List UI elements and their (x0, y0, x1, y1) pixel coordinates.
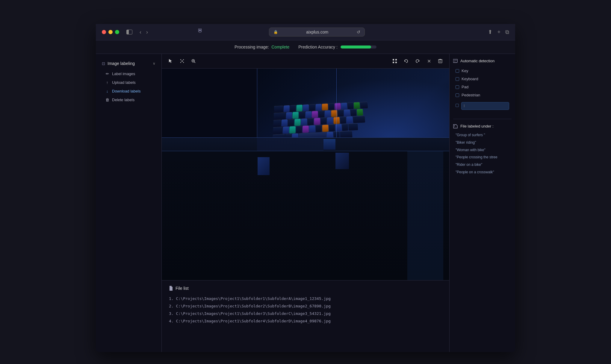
delete-labels-text: Delete labels (112, 98, 134, 102)
sidebar-title: Image labeling (108, 61, 135, 66)
back-button[interactable]: ‹ (140, 29, 141, 35)
detection-item-icon (456, 93, 459, 97)
nav-buttons: ‹ › (140, 29, 148, 35)
toolbar-left (167, 57, 198, 65)
reload-button[interactable]: ↺ (357, 30, 360, 34)
svg-rect-20 (456, 85, 459, 89)
svg-point-23 (454, 125, 455, 126)
file-path-1: C:\Projects\Images\Project1\Subfolder1\S… (176, 296, 331, 301)
tabs-button[interactable]: ⧉ (505, 29, 509, 35)
segment-bottom (162, 151, 449, 280)
auto-detection-section: Automatic detection Key (453, 59, 512, 112)
chevron-down-icon: ∨ (153, 61, 155, 66)
seg-bot-piece-1 (258, 157, 270, 175)
address-bar-wrap: ⛨ 🔒 aixplus.com ↺ (153, 28, 481, 37)
svg-line-2 (194, 62, 196, 63)
detection-key-label: Key (462, 69, 468, 73)
accuracy-fill (341, 46, 371, 48)
close-button[interactable] (102, 30, 106, 34)
status-bar: Processing image: Complete Prediction Ac… (96, 40, 515, 54)
file-path-2: C:\Projects\Images\Project1\Subfolder2\S… (176, 304, 331, 308)
toolbar-right: ✕ (391, 57, 444, 65)
file-list-item: 2. C:\Projects\Images\Project1\Subfolder… (169, 302, 442, 310)
detection-keyboard-label: Keyboard (462, 77, 478, 81)
undo-button[interactable] (402, 57, 410, 65)
file-list-panel: File list 1. C:\Projects\Images\Project1… (162, 280, 449, 352)
file-icon (169, 286, 173, 291)
file-labeled-icon (453, 124, 458, 128)
sidebar-header-left: ⊡ Image labeling (102, 61, 135, 66)
file-num-2: 2. (169, 304, 176, 308)
svg-rect-6 (395, 59, 397, 60)
accuracy-label: Prediction Accuracy : (298, 45, 338, 49)
minimize-button[interactable] (108, 30, 113, 34)
processing-value: Complete (271, 45, 289, 49)
grid-button[interactable] (391, 57, 399, 65)
svg-rect-18 (456, 69, 459, 72)
svg-rect-19 (456, 77, 459, 81)
content-area: ⊡ Image labeling ∨ ✏ Label images ↑ (96, 54, 515, 352)
sidebar-toggle-icon[interactable] (126, 30, 132, 34)
lock-icon: 🔒 (273, 30, 278, 34)
sidebar-item-delete-labels[interactable]: 🗑 Delete labels (102, 95, 158, 104)
close-button[interactable]: ✕ (425, 57, 433, 65)
upload-icon: ↑ (105, 80, 110, 85)
file-labeled-item: "Woman with bike" (453, 146, 512, 154)
svg-rect-7 (393, 62, 394, 63)
canvas-content: ✕ (162, 54, 449, 352)
redo-button[interactable] (413, 57, 422, 65)
file-labeled-section: File labeled under : "Group of surfers "… (453, 119, 512, 176)
detection-items: Key Keyboard (453, 67, 512, 112)
forward-button[interactable]: › (146, 29, 148, 35)
svg-rect-21 (456, 93, 459, 97)
new-tab-button[interactable]: + (497, 29, 500, 35)
left-sidebar: ⊡ Image labeling ∨ ✏ Label images ↑ (96, 54, 162, 352)
shield-icon: ⛨ (198, 28, 203, 34)
file-labeled-item: "Group of surfers " (453, 131, 512, 139)
segment-mid (162, 137, 449, 151)
sidebar-item-label-images[interactable]: ✏ Label images (102, 69, 158, 78)
crosshair-tool-button[interactable] (178, 57, 186, 65)
detection-item-pedestrian: Pedestrian (453, 91, 512, 99)
url-text: aixplus.com (280, 30, 354, 34)
download-labels-text: Download labels (112, 89, 140, 93)
label-images-text: Label images (112, 72, 135, 76)
detection-item-icon (456, 77, 459, 81)
download-icon: ↓ (105, 89, 110, 93)
traffic-lights (102, 30, 119, 34)
file-path-3: C:\Projects\Images\Project1\Subfolder3\S… (176, 311, 331, 316)
zoom-tool-button[interactable] (189, 57, 198, 65)
accuracy-wrap: Prediction Accuracy : (298, 45, 376, 49)
detection-item-key: Key (453, 67, 512, 75)
delete-button[interactable] (436, 57, 444, 65)
detection-pad-label: Pad (462, 85, 468, 89)
upload-labels-text: Upload labels (112, 80, 136, 85)
detection-text-input[interactable] (461, 102, 509, 110)
seg-bottom-bg (162, 151, 449, 280)
svg-rect-8 (395, 62, 397, 63)
title-bar: ‹ › ⛨ 🔒 aixplus.com ↺ ⬆ + (96, 24, 515, 40)
maximize-button[interactable] (115, 30, 119, 34)
detection-input-wrap (453, 99, 512, 112)
address-bar[interactable]: 🔒 aixplus.com ↺ (269, 28, 365, 37)
seg-piece-1 (323, 139, 335, 150)
select-tool-button[interactable] (167, 57, 175, 65)
toolbar: ✕ (162, 54, 449, 69)
sidebar-menu: ✏ Label images ↑ Upload labels ↓ Downloa… (99, 68, 158, 105)
sidebar-item-upload-labels[interactable]: ↑ Upload labels (102, 78, 158, 87)
seg-piece-2 (257, 138, 323, 151)
svg-rect-13 (439, 59, 441, 60)
sidebar-header[interactable]: ⊡ Image labeling ∨ (99, 59, 158, 68)
file-path-4: C:\Projects\Images\Project1\Subfolder4\S… (176, 319, 331, 323)
processing-label: Processing image: (235, 45, 269, 49)
file-list-title: File list (176, 286, 189, 291)
file-num-3: 3. (169, 311, 176, 316)
detection-item-keyboard: Keyboard (453, 75, 512, 83)
detection-pedestrian-label: Pedestrian (462, 93, 480, 97)
file-labeled-item: "People crossing the stree (453, 154, 512, 161)
sidebar-item-download-labels[interactable]: ↓ Download labels (102, 87, 158, 95)
share-button[interactable]: ⬆ (488, 29, 492, 35)
detection-item-icon (456, 69, 459, 73)
file-labeled-item: "People on a crosswalk" (453, 169, 512, 176)
file-labeled-header: File labeled under : (453, 124, 512, 128)
